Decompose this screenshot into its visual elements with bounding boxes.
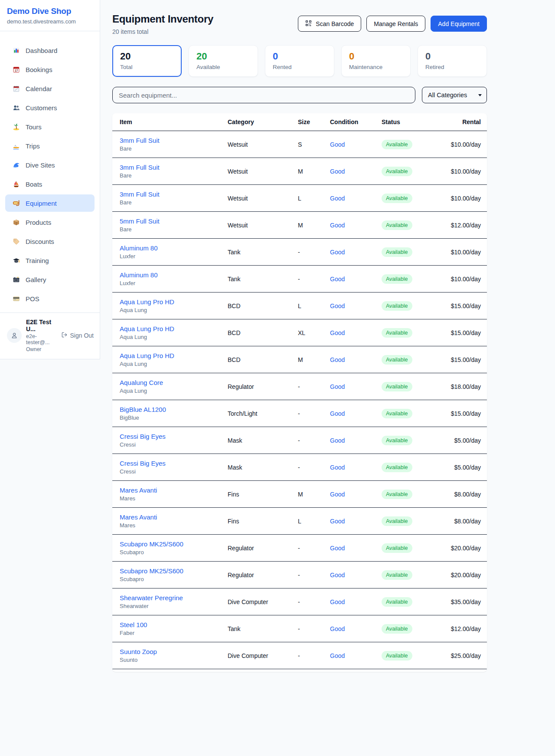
stat-card-total[interactable]: 20Total: [112, 45, 182, 77]
stat-card-rented[interactable]: 0Rented: [265, 45, 334, 77]
condition-link[interactable]: Good: [330, 625, 345, 632]
item-name-link[interactable]: BigBlue AL1200: [120, 406, 228, 413]
brand-name[interactable]: Demo Dive Shop: [7, 7, 93, 16]
category-cell: Fins: [228, 518, 298, 525]
sidebar-item-dashboard[interactable]: Dashboard: [5, 42, 95, 59]
condition-link[interactable]: Good: [330, 141, 345, 148]
item-name-link[interactable]: Aluminum 80: [120, 244, 228, 252]
stat-card-available[interactable]: 20Available: [189, 45, 258, 77]
sidebar-item-customers[interactable]: Customers: [5, 99, 95, 116]
condition-link[interactable]: Good: [330, 356, 345, 363]
condition-link[interactable]: Good: [330, 276, 345, 283]
stat-label: Maintenance: [349, 64, 403, 70]
condition-link[interactable]: Good: [330, 222, 345, 229]
category-cell: Wetsuit: [228, 168, 298, 175]
table-row: 3mm Full SuitBareWetsuitSGoodAvailable$1…: [112, 131, 487, 158]
sidebar-item-boats[interactable]: Boats: [5, 175, 95, 193]
item-brand: Scubapro: [120, 576, 228, 582]
item-name-link[interactable]: Cressi Big Eyes: [120, 460, 228, 467]
item-name-link[interactable]: Aqua Lung Pro HD: [120, 298, 228, 306]
condition-link[interactable]: Good: [330, 410, 345, 417]
page-header: Equipment Inventory 20 items total Scan …: [112, 13, 487, 35]
rental-price-cell: $5.00/day: [439, 464, 481, 471]
condition-link[interactable]: Good: [330, 491, 345, 498]
user-info: E2E Test U... e2e-tester@... Owner: [26, 319, 57, 352]
item-name-link[interactable]: Suunto Zoop: [120, 648, 228, 655]
item-name-link[interactable]: Mares Avanti: [120, 486, 228, 494]
item-cell: Aluminum 80Luxfer: [120, 271, 228, 286]
scan-barcode-button[interactable]: Scan Barcode: [298, 16, 361, 32]
table-row: Aqua Lung Pro HDAqua LungBCDLGoodAvailab…: [112, 293, 487, 319]
item-name-link[interactable]: 3mm Full Suit: [120, 137, 228, 144]
item-name-link[interactable]: Aluminum 80: [120, 271, 228, 279]
item-name-link[interactable]: Scubapro MK25/S600: [120, 567, 228, 575]
products-icon: [12, 218, 20, 226]
sidebar-item-products[interactable]: Products: [5, 214, 95, 231]
sidebar-item-gallery[interactable]: Gallery: [5, 271, 95, 288]
sidebar-item-dive-sites[interactable]: Dive Sites: [5, 156, 95, 174]
condition-link[interactable]: Good: [330, 464, 345, 471]
status-badge: Available: [382, 382, 412, 391]
condition-link[interactable]: Good: [330, 572, 345, 579]
stat-card-maintenance[interactable]: 0Maintenance: [341, 45, 411, 77]
item-name-link[interactable]: 3mm Full Suit: [120, 164, 228, 171]
sidebar-item-pos[interactable]: POS: [5, 290, 95, 307]
add-equipment-button[interactable]: Add Equipment: [431, 16, 487, 32]
bookings-icon: 17: [12, 66, 20, 73]
stat-value: 0: [425, 51, 479, 62]
item-name-link[interactable]: Aqua Lung Pro HD: [120, 325, 228, 332]
sidebar-item-label: Discounts: [26, 238, 54, 245]
condition-link[interactable]: Good: [330, 545, 345, 552]
sidebar-item-discounts[interactable]: Discounts: [5, 233, 95, 250]
column-header-size: Size: [298, 118, 330, 125]
condition-link[interactable]: Good: [330, 437, 345, 444]
item-name-link[interactable]: 5mm Full Suit: [120, 217, 228, 225]
sidebar-item-trips[interactable]: Trips: [5, 137, 95, 154]
condition-link[interactable]: Good: [330, 249, 345, 256]
condition-link[interactable]: Good: [330, 195, 345, 202]
item-cell: Aluminum 80Luxfer: [120, 244, 228, 260]
condition-link[interactable]: Good: [330, 518, 345, 525]
rental-price-cell: $12.00/day: [439, 625, 481, 632]
status-badge: Available: [382, 167, 412, 176]
sidebar-item-label: Calendar: [26, 85, 52, 92]
condition-link[interactable]: Good: [330, 168, 345, 175]
sidebar-item-equipment[interactable]: Equipment: [5, 194, 95, 212]
item-name-link[interactable]: Mares Avanti: [120, 513, 228, 521]
sidebar-item-bookings[interactable]: 17Bookings: [5, 61, 95, 78]
item-cell: 3mm Full SuitBare: [120, 137, 228, 152]
stat-value: 0: [273, 51, 326, 62]
condition-link[interactable]: Good: [330, 302, 345, 309]
rental-price-cell: $35.00/day: [439, 598, 481, 605]
condition-link[interactable]: Good: [330, 383, 345, 390]
item-name-link[interactable]: Aqua Lung Pro HD: [120, 352, 228, 359]
manage-rentals-button[interactable]: Manage Rentals: [366, 16, 425, 32]
item-brand: Bare: [120, 172, 228, 179]
item-name-link[interactable]: Steel 100: [120, 621, 228, 628]
condition-link[interactable]: Good: [330, 329, 345, 336]
item-name-link[interactable]: Scubapro MK25/S600: [120, 540, 228, 548]
main-content: Equipment Inventory 20 items total Scan …: [112, 13, 487, 672]
item-name-link[interactable]: 3mm Full Suit: [120, 191, 228, 198]
item-name-link[interactable]: Cressi Big Eyes: [120, 433, 228, 440]
item-cell: Cressi Big EyesCressi: [120, 460, 228, 475]
sidebar-item-tours[interactable]: Tours: [5, 118, 95, 135]
item-name-link[interactable]: Shearwater Peregrine: [120, 594, 228, 602]
condition-link[interactable]: Good: [330, 598, 345, 605]
sign-out-button[interactable]: Sign Out: [61, 332, 94, 339]
scan-barcode-icon: [305, 20, 312, 28]
item-name-link[interactable]: Aqualung Core: [120, 379, 228, 386]
status-badge: Available: [382, 409, 412, 418]
table-row: Shearwater PeregrineShearwaterDive Compu…: [112, 588, 487, 615]
stat-card-retired[interactable]: 0Retired: [418, 45, 487, 77]
sidebar-item-training[interactable]: Training: [5, 252, 95, 269]
category-cell: Wetsuit: [228, 141, 298, 148]
table-row: Scubapro MK25/S600ScubaproRegulator-Good…: [112, 535, 487, 562]
rental-price-cell: $5.00/day: [439, 437, 481, 444]
sidebar-item-calendar[interactable]: Calendar: [5, 80, 95, 97]
item-brand: Aqua Lung: [120, 361, 228, 367]
status-badge: Available: [382, 651, 412, 661]
category-select[interactable]: All Categories: [422, 87, 487, 103]
search-input[interactable]: [112, 87, 415, 103]
condition-link[interactable]: Good: [330, 652, 345, 659]
